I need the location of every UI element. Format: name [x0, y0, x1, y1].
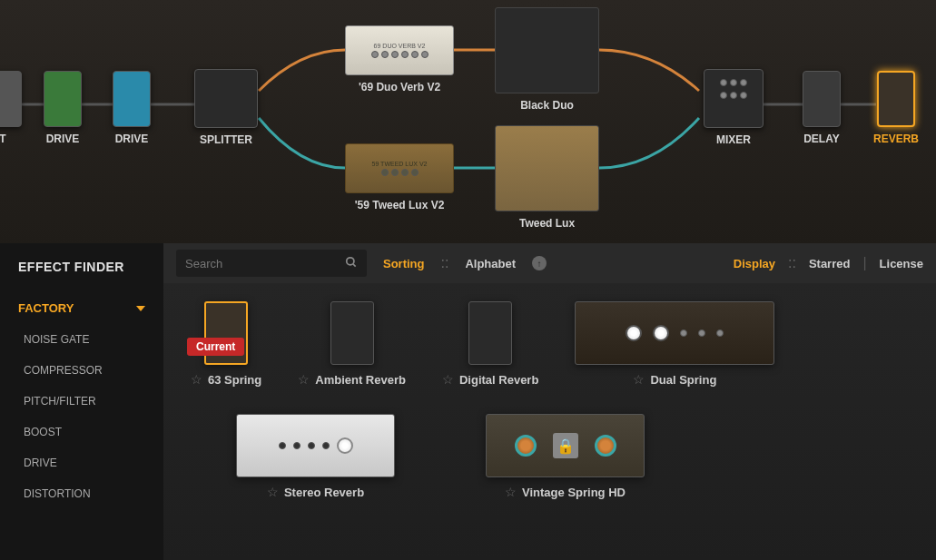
- star-icon[interactable]: ☆: [191, 372, 202, 387]
- filter-license[interactable]: License: [880, 257, 923, 270]
- chain-item-cab-bottom[interactable]: Tweed Lux: [495, 125, 599, 230]
- star-icon[interactable]: ☆: [298, 372, 310, 387]
- chain-item-reverb[interactable]: REVERB: [873, 71, 919, 145]
- star-icon[interactable]: ☆: [633, 372, 645, 387]
- separator-icon: ::: [788, 255, 796, 271]
- chain-item-cab-top[interactable]: Black Duo: [495, 7, 599, 112]
- filter-starred[interactable]: Starred: [809, 257, 851, 270]
- lock-icon: 🔒: [553, 433, 578, 458]
- star-icon[interactable]: ☆: [505, 485, 517, 499]
- effect-card-vintage-spring-hd[interactable]: 🔒 ☆ Vintage Spring HD: [486, 414, 645, 499]
- current-badge: Current: [187, 338, 244, 356]
- effect-card-ambient-reverb[interactable]: ☆ Ambient Reverb: [298, 301, 406, 387]
- chain-item-drive-2[interactable]: DRIVE: [113, 71, 151, 145]
- chain-item-drive-1[interactable]: DRIVE: [44, 71, 82, 145]
- chain-item-delay[interactable]: DELAY: [803, 71, 841, 145]
- chain-item-splitter[interactable]: SPLITTER: [194, 69, 258, 146]
- toolbar: Sorting :: Alphabet ↑ Display :: Starred…: [163, 243, 936, 283]
- chain-item-input[interactable]: T: [0, 71, 22, 145]
- chain-item-amp-top[interactable]: 69 DUO VERB V2 '69 Duo Verb V2: [345, 25, 454, 93]
- sidebar-item-drive[interactable]: DRIVE: [0, 447, 163, 478]
- sidebar-category-factory[interactable]: FACTORY: [0, 292, 163, 324]
- separator-icon: ::: [441, 255, 449, 271]
- effect-card-digital-reverb[interactable]: ☆ Digital Reverb: [442, 301, 538, 387]
- search-input[interactable]: [185, 257, 345, 270]
- effect-card-dual-spring[interactable]: ☆ Dual Spring: [575, 301, 774, 387]
- effects-grid: Current ☆ 63 Spring ☆ Ambient Reverb ☆: [163, 283, 936, 560]
- chain-item-mixer[interactable]: MIXER: [704, 69, 764, 146]
- chevron-down-icon: [136, 306, 145, 311]
- main-panel: Sorting :: Alphabet ↑ Display :: Starred…: [163, 243, 936, 560]
- sorting-label: Sorting: [383, 257, 425, 270]
- search-box[interactable]: [176, 250, 367, 277]
- signal-chain: T DRIVE DRIVE SPLITTER 69 DUO VERB V2 '6…: [0, 0, 936, 243]
- display-label: Display: [734, 257, 775, 270]
- effect-card-stereo-reverb[interactable]: ☆ Stereo Reverb: [236, 414, 395, 499]
- effect-finder-panel: EFFECT FINDER FACTORY NOISE GATE COMPRES…: [0, 243, 936, 560]
- effect-card-63-spring[interactable]: Current ☆ 63 Spring: [191, 301, 261, 387]
- sidebar-item-pitch-filter[interactable]: PITCH/FILTER: [0, 386, 163, 417]
- sort-direction-icon[interactable]: ↑: [532, 256, 547, 270]
- search-icon: [345, 256, 358, 271]
- sidebar-item-boost[interactable]: BOOST: [0, 417, 163, 447]
- sidebar-item-compressor[interactable]: COMPRESSOR: [0, 355, 163, 386]
- chain-item-amp-bottom[interactable]: 59 TWEED LUX V2 '59 Tweed Lux V2: [345, 143, 454, 211]
- star-icon[interactable]: ☆: [442, 372, 454, 387]
- sidebar: EFFECT FINDER FACTORY NOISE GATE COMPRES…: [0, 243, 163, 560]
- svg-line-1: [353, 263, 356, 266]
- sidebar-title: EFFECT FINDER: [0, 260, 163, 292]
- sort-value[interactable]: Alphabet: [465, 257, 516, 270]
- sidebar-item-distortion[interactable]: DISTORTION: [0, 478, 163, 509]
- sidebar-item-noise-gate[interactable]: NOISE GATE: [0, 324, 163, 355]
- svg-point-0: [347, 257, 354, 264]
- star-icon[interactable]: ☆: [267, 485, 279, 499]
